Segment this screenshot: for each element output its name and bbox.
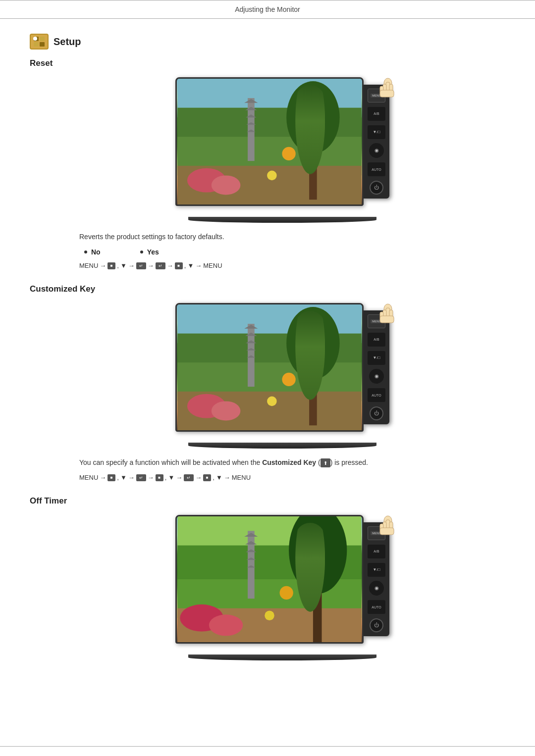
customized-key-nav-path: MENU → ■ , ▼ → ↵ → ■ , ▼ → ↵ → ■ , ▼ → M… (79, 474, 505, 481)
svg-point-13 (212, 175, 241, 195)
monitor-controls-customized: MENU A/B ▼/□ ◉ AUTO ⏻ (364, 310, 389, 424)
svg-rect-55 (313, 579, 322, 642)
reset-description: Reverts the product settings to factory … (79, 232, 505, 242)
ab-button-2: A/B (368, 333, 385, 347)
nav-icon-enter-3: ↵ (136, 474, 146, 481)
subsection-reset-title: Reset (30, 58, 505, 68)
svg-point-14 (282, 147, 295, 160)
reset-nav-path: MENU → ■ , ▼ → ↵ → ↵ → ■ , ▼ → MENU (79, 262, 505, 269)
subsection-off-timer: Off Timer (30, 496, 505, 660)
svg-rect-11 (309, 137, 317, 200)
monitor-controls-reset: MENU A/B ▼/□ ◉ AUTO (364, 85, 389, 199)
hand-icon (373, 77, 397, 101)
svg-point-57 (209, 614, 243, 636)
nav-icon-enter-2: ↵ (156, 262, 165, 269)
vol-button-2: ▼/□ (368, 351, 385, 365)
svg-point-32 (286, 307, 339, 380)
svg-rect-65 (380, 528, 394, 535)
svg-rect-21 (380, 90, 394, 97)
subsection-customized-key: Customized Key (30, 284, 505, 481)
power-button-3: ⏻ (370, 618, 383, 632)
option-no: No (84, 248, 101, 256)
setup-icon (30, 34, 49, 50)
bullet-no (84, 251, 87, 253)
subsection-customized-key-title: Customized Key (30, 284, 505, 294)
monitor-image-offtimer: MENU A/B ▼/□ ◉ AUTO ⏻ (59, 515, 505, 644)
svg-point-15 (267, 171, 277, 181)
svg-point-58 (280, 586, 293, 600)
option-yes: Yes (140, 248, 159, 256)
nav-icon-enter-1: ↵ (136, 262, 146, 269)
subsection-reset: Reset (30, 58, 505, 269)
auto-button-2: AUTO (368, 388, 385, 402)
nav-icon-4: ■ (156, 474, 163, 481)
monitor-controls-offtimer: MENU A/B ▼/□ ◉ AUTO ⏻ (364, 522, 389, 636)
page-footer (0, 746, 535, 756)
ok-button: ◉ (369, 143, 384, 158)
auto-button-3: AUTO (368, 600, 385, 614)
section-setup: Setup (30, 34, 505, 50)
nav-icon-1: ■ (107, 262, 115, 269)
svg-point-59 (265, 611, 274, 621)
reset-description-block: Reverts the product settings to factory … (79, 232, 505, 269)
section-title: Setup (54, 36, 81, 48)
svg-point-36 (282, 373, 295, 386)
nav-icon-2: ■ (175, 262, 183, 269)
ok-button-3: ◉ (369, 581, 384, 596)
auto-button: AUTO (368, 162, 385, 176)
power-button-2: ⏻ (370, 406, 383, 420)
bullet-yes (140, 251, 143, 253)
customized-key-icon: ⬆ (321, 458, 330, 467)
monitor-base-offtimer (59, 655, 505, 660)
page-title: Adjusting the Monitor (235, 5, 300, 13)
nav-icon-enter-4: ↵ (184, 474, 194, 481)
option-yes-label: Yes (147, 248, 159, 256)
monitor-image-customized: MENU A/B ▼/□ ◉ AUTO ⏻ (59, 303, 505, 432)
customized-key-description-block: You can specify a function which will be… (79, 457, 505, 481)
power-button: ⏻ (370, 181, 383, 195)
svg-rect-43 (380, 316, 394, 323)
vol-button: ▼/□ (368, 125, 385, 139)
monitor-screen-customized (175, 303, 364, 432)
svg-rect-33 (309, 362, 317, 425)
reset-options: No Yes (84, 248, 505, 256)
svg-point-37 (267, 397, 277, 406)
monitor-screen-offtimer (175, 515, 364, 644)
nav-icon-5: ■ (203, 474, 211, 481)
page-header: Adjusting the Monitor (0, 0, 535, 19)
monitor-base-reset (59, 218, 505, 223)
monitor-image-reset: MENU A/B ▼/□ ◉ AUTO (59, 77, 505, 206)
vol-button-3: ▼/□ (368, 563, 385, 577)
hand-icon-2 (373, 303, 397, 327)
customized-key-term: Customized Key (262, 458, 316, 466)
option-no-label: No (91, 248, 101, 256)
nav-icon-3: ■ (107, 474, 115, 481)
svg-point-10 (286, 81, 339, 154)
svg-point-35 (212, 401, 241, 420)
hand-icon-3 (373, 515, 397, 539)
monitor-base-customized (59, 444, 505, 449)
customized-key-description: You can specify a function which will be… (79, 457, 505, 468)
monitor-screen-reset (175, 77, 364, 206)
ab-button: A/B (368, 107, 385, 121)
subsection-off-timer-title: Off Timer (30, 496, 505, 506)
ok-button-2: ◉ (369, 369, 384, 384)
ab-button-3: A/B (368, 545, 385, 558)
